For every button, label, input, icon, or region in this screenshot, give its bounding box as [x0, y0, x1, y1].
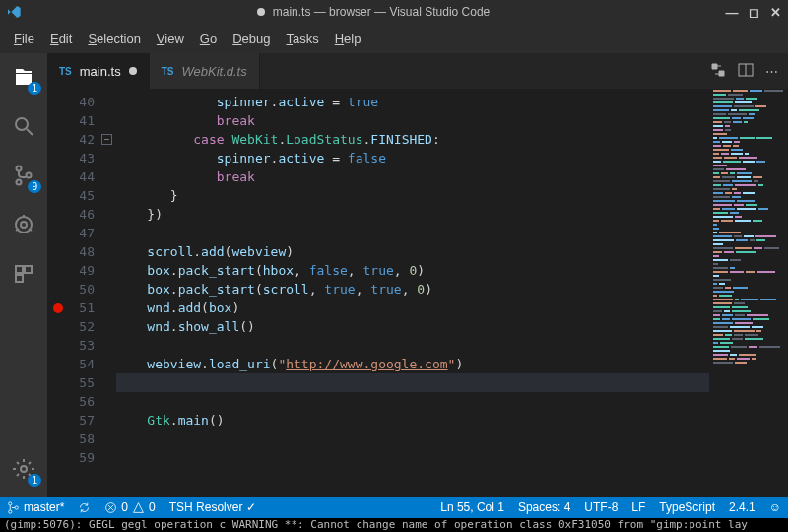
code-line[interactable]	[116, 430, 788, 448]
ts-version-status[interactable]: 2.4.1	[722, 500, 762, 514]
line-number: 48	[47, 242, 116, 261]
editor-surface[interactable]: 404142−434445464748495051525354555657585…	[47, 89, 788, 497]
eol-status[interactable]: LF	[624, 500, 652, 514]
line-number: 56	[47, 392, 116, 411]
line-number: 44	[47, 167, 116, 186]
tab-bar: TSmain.tsTSWebKit.d.ts ⋯	[47, 53, 788, 89]
tsh-resolver-status[interactable]: TSH Resolver ✓	[163, 500, 264, 514]
line-number: 49	[47, 261, 116, 280]
check-icon: ✓	[246, 500, 256, 514]
code-line[interactable]	[116, 373, 782, 392]
line-number: 40	[47, 93, 116, 111]
settings-badge: 1	[28, 474, 41, 487]
line-number: 43	[47, 149, 116, 167]
code-line[interactable]: box.pack_start(hbox, false, true, 0)	[116, 261, 788, 280]
code-line[interactable]: Gtk.main()	[116, 411, 788, 430]
code-line[interactable]	[116, 392, 788, 411]
svg-rect-10	[16, 266, 23, 273]
svg-point-13	[21, 466, 27, 472]
line-number: 53	[47, 336, 116, 355]
code-line[interactable]: break	[116, 167, 788, 186]
code-line[interactable]: }	[116, 186, 788, 205]
line-number: 59	[47, 448, 116, 467]
fold-icon[interactable]: −	[101, 134, 112, 145]
svg-rect-11	[25, 266, 32, 273]
svg-point-16	[9, 501, 12, 504]
code-line[interactable]: wnd.show_all()	[116, 317, 788, 336]
code-line[interactable]: spinner.active = false	[116, 149, 788, 167]
tab-main-ts[interactable]: TSmain.ts	[47, 53, 150, 89]
code-line[interactable]: case WebKit.LoadStatus.FINISHED:	[116, 130, 788, 149]
menu-help[interactable]: Help	[329, 30, 367, 48]
settings-gear-icon[interactable]: 1	[10, 455, 37, 483]
maximize-button[interactable]: ◻	[747, 5, 760, 20]
code-line[interactable]: break	[116, 111, 788, 130]
svg-point-17	[9, 509, 12, 512]
extensions-icon[interactable]	[10, 260, 37, 288]
line-number: 45	[47, 186, 116, 205]
code-line[interactable]: })	[116, 205, 788, 224]
code-line[interactable]	[116, 336, 788, 355]
menu-view[interactable]: View	[151, 30, 190, 48]
code-line[interactable]: box.pack_start(scroll, true, true, 0)	[116, 280, 788, 299]
code-line[interactable]: scroll.add(webview)	[116, 242, 788, 261]
minimize-button[interactable]: —	[725, 5, 739, 20]
svg-point-18	[15, 505, 18, 508]
language-status[interactable]: TypeScript	[652, 500, 722, 514]
svg-point-3	[17, 180, 22, 185]
debug-icon[interactable]	[10, 211, 37, 238]
editor-group: TSmain.tsTSWebKit.d.ts ⋯ 404142−43444546…	[47, 53, 788, 497]
indent-status[interactable]: Spaces: 4	[511, 500, 577, 514]
menu-selection[interactable]: Selection	[82, 30, 146, 48]
line-number: 42−	[47, 130, 116, 149]
line-number: 55	[47, 373, 116, 392]
code-line[interactable]: wnd.add(box)	[116, 299, 788, 317]
line-number: 51	[47, 299, 116, 317]
problems-status[interactable]: 0 0	[98, 500, 162, 514]
source-control-icon[interactable]: 9	[10, 162, 37, 189]
tab-WebKit-d-ts[interactable]: TSWebKit.d.ts	[150, 53, 260, 89]
vscode-logo-icon	[6, 4, 22, 20]
menu-tasks[interactable]: Tasks	[280, 30, 324, 48]
encoding-status[interactable]: UTF-8	[577, 500, 624, 514]
git-branch-status[interactable]: master*	[0, 500, 71, 514]
svg-point-0	[16, 118, 28, 130]
svg-point-4	[27, 173, 32, 178]
search-icon[interactable]	[10, 112, 37, 140]
line-number: 57	[47, 411, 116, 430]
more-actions-icon[interactable]: ⋯	[765, 64, 778, 79]
menu-debug[interactable]: Debug	[227, 30, 276, 48]
explorer-icon[interactable]: 1	[10, 63, 37, 91]
compare-changes-icon[interactable]	[710, 62, 726, 81]
line-gutter: 404142−434445464748495051525354555657585…	[47, 89, 116, 497]
feedback-smiley-icon[interactable]: ☺	[762, 500, 788, 514]
close-button[interactable]: ✕	[768, 5, 782, 20]
svg-point-2	[17, 166, 22, 171]
explorer-badge: 1	[28, 82, 41, 95]
sync-status-icon[interactable]	[71, 501, 98, 514]
menubar: FileEditSelectionViewGoDebugTasksHelp	[0, 24, 788, 53]
code-line[interactable]	[116, 224, 788, 242]
svg-point-6	[21, 222, 27, 228]
breakpoint-icon[interactable]	[53, 303, 63, 313]
line-number: 52	[47, 317, 116, 336]
scm-badge: 9	[28, 180, 41, 193]
menu-go[interactable]: Go	[194, 30, 223, 48]
svg-rect-12	[16, 275, 23, 282]
cursor-position-status[interactable]: Ln 55, Col 1	[433, 500, 511, 514]
tab-dirty-icon	[129, 67, 137, 75]
minimap[interactable]	[709, 89, 788, 497]
code-line[interactable]: webview.load_uri("http://www.google.com"…	[116, 355, 788, 373]
dirty-indicator-icon	[257, 8, 265, 16]
split-editor-icon[interactable]	[738, 62, 754, 81]
line-number: 54	[47, 355, 116, 373]
code-area[interactable]: spinner.active = true break case WebKit.…	[116, 89, 788, 497]
terminal-output: (gimp:5076): GEGL gegl operation c WARNI…	[0, 518, 788, 532]
tab-label: main.ts	[80, 64, 121, 79]
code-line[interactable]	[116, 448, 788, 467]
menu-file[interactable]: File	[8, 30, 40, 48]
typescript-file-icon: TS	[162, 66, 174, 77]
code-line[interactable]: spinner.active = true	[116, 93, 788, 111]
menu-edit[interactable]: Edit	[44, 30, 78, 48]
status-bar: master* 0 0 TSH Resolver ✓ Ln 55, Col 1 …	[0, 497, 788, 518]
